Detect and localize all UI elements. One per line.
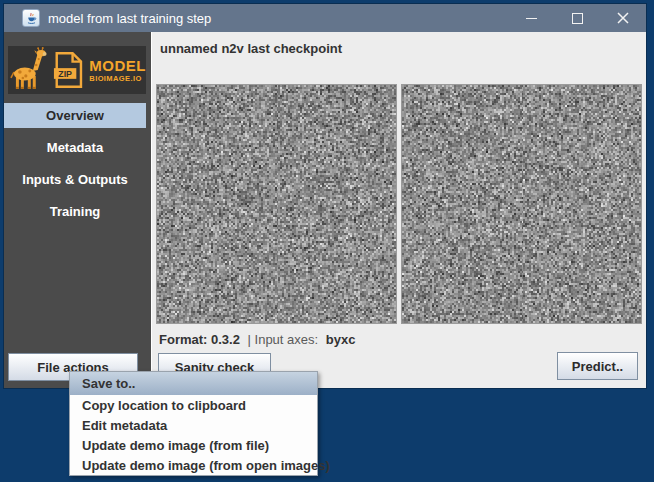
menu-item-copy-location[interactable]: Copy location to clipboard: [70, 395, 317, 415]
sidebar-item-training[interactable]: Training: [4, 199, 146, 224]
demo-images: [156, 84, 642, 324]
menu-item-edit-metadata[interactable]: Edit metadata: [70, 415, 317, 435]
demo-image-input: [157, 85, 396, 323]
java-app-icon: [22, 9, 40, 27]
menu-item-update-demo-file[interactable]: Update demo image (from file): [70, 435, 317, 455]
demo-image-output: [402, 85, 641, 323]
zip-document-icon: ZIP: [53, 49, 85, 91]
close-icon[interactable]: [600, 4, 646, 32]
sidebar-item-metadata[interactable]: Metadata: [4, 135, 146, 160]
menu-item-save-to[interactable]: Save to..: [70, 372, 317, 395]
input-axes-value: byxc: [326, 332, 356, 347]
predict-button[interactable]: Predict..: [557, 352, 638, 380]
maximize-icon[interactable]: [554, 4, 600, 32]
menu-item-update-demo-open[interactable]: Update demo image (from open images): [70, 455, 317, 475]
file-actions-menu: Save to.. Copy location to clipboard Edi…: [69, 371, 318, 476]
window-controls: [508, 4, 646, 32]
main-content: unnamed n2v last checkpoint Format: 0.3.…: [151, 32, 646, 388]
sidebar-item-inputs-outputs[interactable]: Inputs & Outputs: [4, 167, 146, 192]
bioimage-logo: ZIP MODEL BIOIMAGE.IO: [8, 46, 146, 94]
model-window: model from last training step: [4, 4, 646, 388]
format-info: Format: 0.3.2 | Input axes: byxc: [159, 332, 355, 347]
window-title: model from last training step: [48, 11, 211, 26]
zip-badge-label: ZIP: [58, 69, 72, 79]
sidebar: ZIP MODEL BIOIMAGE.IO Overview Metadata …: [4, 32, 151, 388]
format-version: Format: 0.3.2: [159, 332, 240, 347]
titlebar[interactable]: model from last training step: [4, 4, 646, 32]
input-axes-label: | Input axes:: [248, 332, 319, 347]
sidebar-nav: Overview Metadata Inputs & Outputs Train…: [4, 103, 151, 231]
demo-image-input-box: [156, 84, 397, 324]
giraffe-icon: [8, 47, 48, 93]
sidebar-item-overview[interactable]: Overview: [4, 103, 146, 128]
minimize-icon[interactable]: [508, 4, 554, 32]
checkpoint-title: unnamed n2v last checkpoint: [160, 41, 342, 56]
desktop-background: model from last training step: [0, 0, 654, 482]
logo-subtitle: BIOIMAGE.IO: [89, 75, 146, 83]
demo-image-output-box: [401, 84, 642, 324]
logo-title: MODEL: [89, 58, 146, 73]
